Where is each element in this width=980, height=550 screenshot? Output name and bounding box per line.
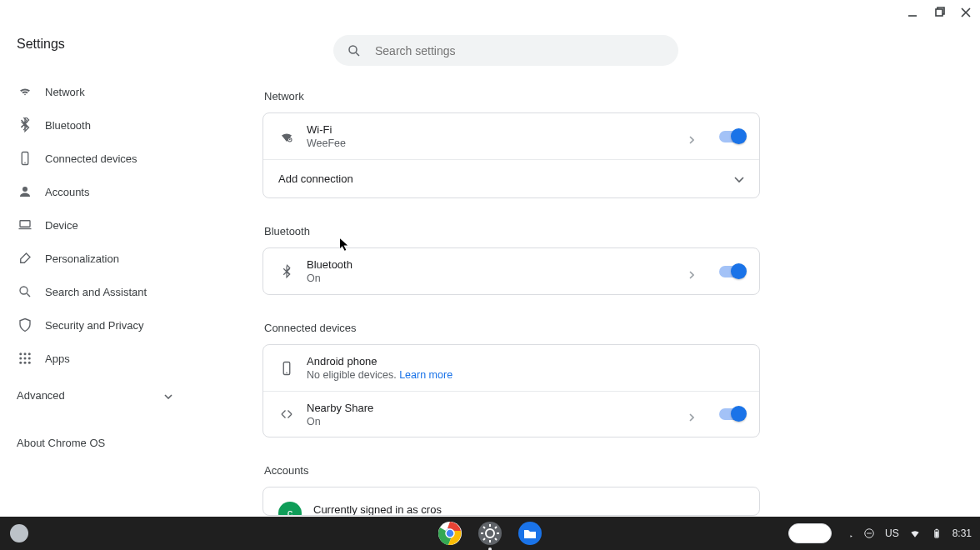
chevron-down-icon [164, 389, 172, 402]
android-no-devices-text: No eligible devices. [307, 369, 399, 381]
bluetooth-row[interactable]: Bluetooth On [263, 248, 759, 294]
sidebar-item-label: Search and Assistant [45, 286, 147, 298]
minimize-button[interactable] [903, 3, 922, 22]
shelf: US 8:31 [0, 517, 980, 550]
tray-playlist-icon[interactable] [842, 528, 853, 539]
sidebar-item-label: Accounts [45, 186, 89, 198]
accounts-card: c Currently signed in as cros [262, 487, 760, 516]
svg-point-9 [19, 358, 22, 360]
add-connection-row[interactable]: Add connection [263, 159, 759, 198]
section-title-connected: Connected devices [264, 322, 760, 334]
sidebar-item-label: Device [45, 219, 78, 232]
ime-indicator[interactable]: US [885, 528, 899, 539]
svg-point-8 [28, 352, 31, 355]
wifi-icon [17, 83, 33, 100]
nearby-share-toggle[interactable] [719, 408, 744, 420]
sidebar: Settings Network Bluetooth Connected dev… [0, 33, 188, 449]
sidebar-item-accounts[interactable]: Accounts [17, 175, 188, 208]
wifi-row[interactable]: Wi-Fi WeeFee [263, 113, 759, 159]
svg-point-19 [286, 372, 288, 373]
close-button[interactable] [957, 3, 975, 22]
shield-icon [17, 317, 33, 333]
bluetooth-toggle[interactable] [719, 266, 744, 278]
sidebar-item-label: Bluetooth [45, 119, 91, 132]
sidebar-item-apps[interactable]: Apps [17, 342, 188, 375]
wifi-toggle[interactable] [719, 131, 744, 142]
add-connection-label: Add connection [278, 172, 734, 185]
svg-point-5 [20, 287, 28, 294]
svg-point-6 [19, 352, 22, 355]
sidebar-item-security-privacy[interactable]: Security and Privacy [17, 308, 188, 342]
chevron-down-icon [734, 172, 744, 187]
svg-point-13 [24, 362, 27, 364]
sidebar-item-label: Security and Privacy [45, 319, 144, 332]
battery-status-icon [931, 528, 942, 539]
sidebar-item-network[interactable]: Network [17, 75, 188, 108]
nearby-share-icon [278, 406, 295, 422]
laptop-icon [17, 217, 33, 233]
apps-grid-icon [17, 350, 33, 367]
shelf-chrome[interactable] [438, 521, 462, 546]
svg-point-12 [19, 362, 22, 364]
svg-point-7 [24, 352, 27, 355]
shelf-settings[interactable] [478, 521, 502, 546]
svg-point-22 [446, 529, 454, 538]
shelf-files[interactable] [518, 521, 542, 546]
main-content: Network Wi-Fi WeeFee Add connection Blue… [262, 33, 760, 516]
app-title: Settings [17, 33, 188, 52]
phone-icon [278, 360, 295, 377]
tray-notifications-icon[interactable] [863, 528, 875, 539]
svg-rect-0 [936, 9, 942, 16]
signed-in-row[interactable]: c Currently signed in as cros [263, 488, 759, 516]
svg-point-14 [28, 362, 31, 364]
svg-point-11 [28, 358, 31, 360]
window-controls [903, 3, 975, 22]
svg-rect-29 [935, 532, 938, 538]
chevron-right-icon [689, 268, 694, 276]
signed-in-text: Currently signed in as cros [313, 503, 744, 516]
sidebar-item-search-assistant[interactable]: Search and Assistant [17, 275, 188, 308]
avatar: c [278, 502, 302, 517]
bluetooth-icon [278, 263, 295, 280]
wifi-subtitle: WeeFee [307, 138, 689, 149]
nearby-share-row[interactable]: Nearby Share On [263, 391, 759, 437]
svg-point-3 [22, 187, 28, 192]
launcher-button[interactable] [10, 524, 28, 542]
section-title-bluetooth: Bluetooth [264, 225, 760, 238]
svg-rect-17 [289, 138, 291, 140]
brush-icon [17, 250, 33, 267]
svg-point-10 [24, 358, 27, 360]
shelf-pill[interactable] [788, 523, 832, 543]
android-phone-title: Android phone [307, 355, 744, 368]
learn-more-link[interactable]: Learn more [399, 369, 452, 381]
section-title-accounts: Accounts [264, 464, 760, 477]
svg-rect-4 [20, 221, 30, 228]
svg-point-2 [24, 162, 26, 164]
android-phone-subtitle: No eligible devices. Learn more [307, 369, 744, 381]
android-phone-row[interactable]: Android phone No eligible devices. Learn… [263, 345, 759, 391]
person-icon [17, 183, 33, 200]
bluetooth-card: Bluetooth On [262, 248, 760, 295]
sidebar-item-label: Connected devices [45, 152, 138, 165]
network-card: Wi-Fi WeeFee Add connection [262, 112, 760, 198]
section-title-network: Network [264, 90, 760, 102]
connected-devices-card: Android phone No eligible devices. Learn… [262, 344, 760, 438]
search-icon [17, 283, 33, 300]
sidebar-item-connected[interactable]: Connected devices [17, 142, 188, 175]
sidebar-item-bluetooth[interactable]: Bluetooth [17, 108, 188, 142]
chevron-right-icon [689, 132, 694, 141]
wifi-status-icon [909, 528, 921, 539]
sidebar-advanced[interactable]: Advanced [17, 378, 188, 412]
sidebar-item-device[interactable]: Device [17, 208, 188, 242]
clock[interactable]: 8:31 [952, 528, 972, 539]
bluetooth-icon [17, 117, 33, 133]
wifi-icon [278, 128, 295, 145]
bluetooth-title: Bluetooth [307, 258, 689, 271]
restore-button[interactable] [930, 3, 948, 22]
sidebar-item-label: Personalization [45, 252, 119, 265]
about-chromeos-link[interactable]: About Chrome OS [17, 437, 188, 449]
chevron-right-icon [689, 410, 694, 418]
status-tray[interactable]: US 8:31 [788, 523, 972, 543]
nearby-share-subtitle: On [307, 416, 689, 428]
sidebar-item-personalization[interactable]: Personalization [17, 242, 188, 275]
